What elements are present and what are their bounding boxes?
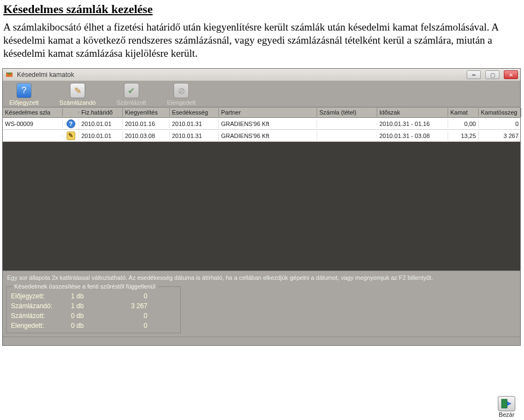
col-kamatosszeg[interactable]: Kamatösszeg xyxy=(479,108,521,117)
table-row[interactable]: ✎ 2010.01.01 2010.03.08 2010.01.31 GRADI… xyxy=(3,130,520,142)
cancel-icon: ⊘ xyxy=(174,83,189,98)
cell-szla[interactable] xyxy=(3,135,63,137)
summary-label: Számlázott: xyxy=(11,312,71,320)
cell-kiegy[interactable]: 2010.03.08 xyxy=(123,131,170,140)
cell-esed[interactable]: 2010.01.31 xyxy=(170,119,219,128)
cell-kiegy[interactable]: 2010.01.16 xyxy=(123,119,170,128)
toolbar-szamlazando[interactable]: ✎ Számlázandó xyxy=(59,83,96,106)
app-window: Késedelmi kamatok ━ ▢ ✕ ? Előjegyzett ✎ … xyxy=(2,68,521,346)
summary-label: Számlázandó: xyxy=(11,302,71,310)
summary-count: 1 db xyxy=(71,292,104,300)
summary-value: 0 xyxy=(104,312,147,320)
cell-status-icon[interactable]: ? xyxy=(63,118,79,129)
table-row[interactable]: WS-00009 ? 2010.01.01 2010.01.16 2010.01… xyxy=(3,118,520,130)
window-title: Késedelmi kamatok xyxy=(17,71,467,79)
cell-osszeg[interactable]: 3 267 xyxy=(479,131,520,140)
summary-legend: Késedelmek összesítése a fenti szűréstől… xyxy=(12,283,158,290)
app-icon xyxy=(5,70,14,79)
svg-rect-0 xyxy=(502,399,507,408)
data-grid: Késedelmes szla Fiz.határidő Kiegyenlíté… xyxy=(3,107,520,271)
minimize-button[interactable]: ━ xyxy=(467,70,481,79)
cell-kamat[interactable]: 0,00 xyxy=(448,119,479,128)
col-fizhatarido[interactable]: Fiz.határidő xyxy=(79,108,123,117)
cell-partner[interactable]: GRADIENS'96 Kft xyxy=(219,131,317,140)
cell-esed[interactable]: 2010.01.31 xyxy=(170,131,219,140)
close-button[interactable]: Bezár xyxy=(493,396,520,418)
grid-body[interactable]: WS-00009 ? 2010.01.01 2010.01.16 2010.01… xyxy=(3,118,520,271)
cell-kamat[interactable]: 13,25 xyxy=(448,131,479,140)
grid-header-row: Késedelmes szla Fiz.határidő Kiegyenlíté… xyxy=(3,107,520,118)
cell-fiz[interactable]: 2010.01.01 xyxy=(79,131,123,140)
summary-count: 0 db xyxy=(71,322,104,329)
hint-text: Egy sor állapota 2x kattintással változt… xyxy=(3,271,520,284)
toolbar: ? Előjegyzett ✎ Számlázandó ✔ Számlázott… xyxy=(3,81,520,107)
summary-label: Elengedett: xyxy=(11,322,71,329)
summary-value: 3 267 xyxy=(104,302,147,310)
cell-szla[interactable]: WS-00009 xyxy=(3,119,63,128)
summary-groupbox: Késedelmek összesítése a fenti szűréstől… xyxy=(6,286,181,333)
intro-paragraph: A számlakibocsátó élhet a fizetési határ… xyxy=(0,20,524,68)
page-title: Késedelmes számlák kezelése xyxy=(0,0,524,20)
toolbar-elengedett[interactable]: ⊘ Elengedett xyxy=(167,83,196,106)
cell-partner[interactable]: GRADIENS'96 Kft xyxy=(219,119,317,128)
cell-tetel[interactable] xyxy=(317,135,377,137)
pencil-icon: ✎ xyxy=(70,83,85,98)
col-esedekesseg[interactable]: Esedékesség xyxy=(170,108,219,117)
cell-idoszak[interactable]: 2010.01.31 - 03.08 xyxy=(377,131,448,140)
col-idoszak[interactable]: Időszak xyxy=(377,108,448,117)
cell-osszeg[interactable]: 0 xyxy=(479,119,520,128)
cell-status-icon[interactable]: ✎ xyxy=(63,130,79,141)
col-kiegyenlites[interactable]: Kiegyenlítés xyxy=(123,108,170,117)
pencil-icon: ✎ xyxy=(67,131,75,140)
summary-count: 0 db xyxy=(71,312,104,320)
question-icon: ? xyxy=(67,119,75,128)
summary-label: Előjegyzett: xyxy=(11,292,71,300)
toolbar-szamlazott[interactable]: ✔ Számlázott xyxy=(116,83,146,106)
summary-value: 0 xyxy=(104,292,147,300)
col-kesedelmes[interactable]: Késedelmes szla xyxy=(3,108,63,117)
maximize-button[interactable]: ▢ xyxy=(485,70,499,79)
cell-fiz[interactable]: 2010.01.01 xyxy=(79,119,123,128)
summary-count: 1 db xyxy=(71,302,104,310)
toolbar-elojegyzett[interactable]: ? Előjegyzett xyxy=(9,83,39,106)
col-szamlatetel[interactable]: Számla (tétel) xyxy=(317,108,377,117)
titlebar[interactable]: Késedelmi kamatok ━ ▢ ✕ xyxy=(3,69,520,81)
statusbar xyxy=(3,337,520,345)
check-icon: ✔ xyxy=(124,83,139,98)
col-icon[interactable] xyxy=(63,111,79,113)
question-icon: ? xyxy=(16,83,32,98)
col-partner[interactable]: Partner xyxy=(219,108,317,117)
cell-idoszak[interactable]: 2010.01.31 - 01.16 xyxy=(377,119,448,128)
summary-value: 0 xyxy=(104,322,147,329)
cell-tetel[interactable] xyxy=(317,123,377,125)
col-kamat[interactable]: Kamat xyxy=(448,108,479,117)
close-window-button[interactable]: ✕ xyxy=(504,70,518,79)
exit-icon xyxy=(498,396,515,411)
